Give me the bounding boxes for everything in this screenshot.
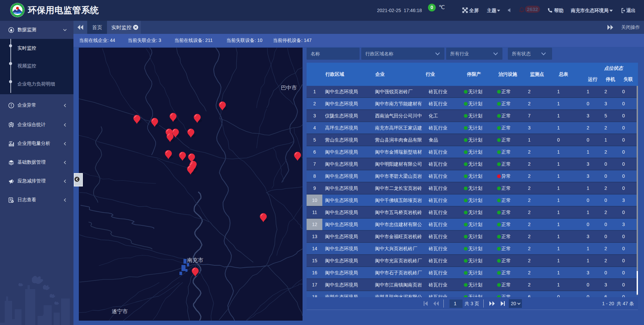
svg-text:南充市: 南充市 bbox=[187, 257, 203, 263]
svg-text:巴中市: 巴中市 bbox=[281, 85, 297, 91]
svg-text:遂宁市: 遂宁市 bbox=[112, 309, 128, 314]
